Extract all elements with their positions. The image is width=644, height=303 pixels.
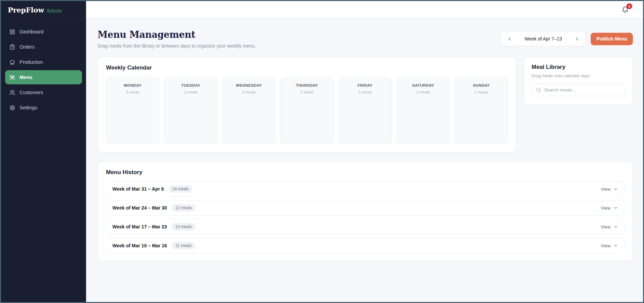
utensils-icon <box>9 75 15 80</box>
day-column-wednesday[interactable]: WEDNESDAY 3 meals <box>222 77 275 144</box>
sidebar-item-dashboard[interactable]: Dashboard <box>5 25 82 39</box>
page-header-text: Menu Management Drag meals from the libr… <box>98 29 256 49</box>
weekly-calendar-card: Weekly Calendar MONDAY 3 meals TUESDAY 3… <box>98 57 516 153</box>
day-meal-count: 2 meals <box>397 90 450 94</box>
day-column-monday[interactable]: MONDAY 3 meals <box>106 77 159 144</box>
search-icon <box>536 87 541 92</box>
sidebar-item-customers[interactable]: Customers <box>5 85 82 100</box>
view-button-label: View <box>601 205 611 211</box>
view-button[interactable]: View <box>601 224 618 229</box>
chevron-down-icon <box>613 205 618 210</box>
sidebar-item-production[interactable]: Production <box>5 55 82 69</box>
sidebar-item-label: Orders <box>20 44 34 50</box>
history-row[interactable]: Week of Mar 24 – Mar 30 12 meals View <box>106 200 624 216</box>
main-column: 4 Menu Management Drag meals from the li… <box>86 1 643 302</box>
day-meal-count: 3 meals <box>339 90 392 94</box>
page-header: Menu Management Drag meals from the libr… <box>98 29 633 49</box>
day-column-saturday[interactable]: SATURDAY 2 meals <box>397 77 450 144</box>
header-controls: Week of Apr 7–13 Publish Menu <box>501 31 633 46</box>
topbar: 4 <box>86 1 643 19</box>
view-button[interactable]: View <box>601 187 618 192</box>
next-week-button[interactable] <box>572 34 582 44</box>
day-meal-count: 3 meals <box>280 90 333 94</box>
dashboard-icon <box>9 29 15 35</box>
meal-library-subtitle: Drag meals onto calendar days <box>532 74 625 78</box>
day-name: TUESDAY <box>164 83 217 87</box>
sidebar-item-settings[interactable]: Settings <box>5 101 82 115</box>
day-meal-count: 3 meals <box>164 90 217 94</box>
sidebar-item-label: Dashboard <box>20 29 44 34</box>
content-row: Weekly Calendar MONDAY 3 meals TUESDAY 3… <box>98 57 633 153</box>
history-week-label: Week of Mar 17 – Mar 23 <box>112 224 167 229</box>
chevron-down-icon <box>613 224 618 229</box>
meal-library-title: Meal Library <box>532 64 625 71</box>
app-logo-suffix: Admin <box>46 8 62 13</box>
day-name: MONDAY <box>106 83 159 87</box>
day-meal-count: 2 meals <box>455 90 508 94</box>
sidebar-nav: Dashboard Orders Production Menu Custome <box>1 19 86 121</box>
history-week-label: Week of Mar 10 – Mar 16 <box>112 243 167 248</box>
history-week-label: Week of Mar 31 – Apr 6 <box>112 186 164 192</box>
sidebar-item-label: Menu <box>20 75 32 80</box>
sidebar-item-label: Settings <box>20 105 37 110</box>
days-grid: MONDAY 3 meals TUESDAY 3 meals WEDNESDAY… <box>106 77 508 144</box>
day-name: SATURDAY <box>397 83 450 87</box>
chevron-down-icon <box>613 187 618 191</box>
meal-count-badge: 13 meals <box>172 223 196 230</box>
day-name: FRIDAY <box>339 83 392 87</box>
app-logo: PrepFlow Admin <box>1 1 86 19</box>
day-column-sunday[interactable]: SUNDAY 2 meals <box>455 77 508 144</box>
search-meals-input[interactable] <box>544 87 621 92</box>
meal-count-badge: 12 meals <box>172 204 196 212</box>
notifications-button[interactable]: 4 <box>622 6 629 13</box>
history-row[interactable]: Week of Mar 31 – Apr 6 14 meals View <box>106 181 624 197</box>
history-row[interactable]: Week of Mar 17 – Mar 23 13 meals View <box>106 219 624 235</box>
meal-count-badge: 11 meals <box>172 242 195 249</box>
view-button-label: View <box>601 224 611 229</box>
chef-hat-icon <box>9 59 15 65</box>
page-title: Menu Management <box>98 29 256 40</box>
day-column-thursday[interactable]: THURSDAY 3 meals <box>280 77 333 144</box>
notification-count-badge: 4 <box>626 3 632 9</box>
menu-history-card: Menu History Week of Mar 31 – Apr 6 14 m… <box>98 161 633 261</box>
day-column-friday[interactable]: FRIDAY 3 meals <box>339 77 392 144</box>
sidebar-item-orders[interactable]: Orders <box>5 40 82 54</box>
chevron-left-icon <box>507 36 512 42</box>
history-week-label: Week of Mar 24 – Mar 30 <box>112 205 167 211</box>
view-button[interactable]: View <box>601 243 618 248</box>
meal-search <box>532 83 625 96</box>
gear-icon <box>9 105 15 111</box>
view-button[interactable]: View <box>601 205 618 211</box>
clipboard-icon <box>9 44 15 50</box>
weekly-calendar-title: Weekly Calendar <box>106 64 508 71</box>
week-label: Week of Apr 7–13 <box>525 36 562 42</box>
chevron-down-icon <box>613 243 618 248</box>
day-name: THURSDAY <box>280 83 333 87</box>
day-column-tuesday[interactable]: TUESDAY 3 meals <box>164 77 217 144</box>
chevron-right-icon <box>574 36 580 42</box>
history-row[interactable]: Week of Mar 10 – Mar 16 11 meals View <box>106 238 624 253</box>
previous-week-button[interactable] <box>505 34 514 44</box>
sidebar-item-label: Customers <box>20 90 43 95</box>
view-button-label: View <box>601 243 611 248</box>
meal-library-card: Meal Library Drag meals onto calendar da… <box>524 57 633 105</box>
day-name: WEDNESDAY <box>222 83 275 87</box>
sidebar-item-label: Production <box>20 59 43 65</box>
sidebar-item-menu[interactable]: Menu <box>5 70 82 84</box>
sidebar: PrepFlow Admin Dashboard Orders Producti… <box>1 1 86 302</box>
users-icon <box>9 90 15 95</box>
page-subtitle: Drag meals from the library or between d… <box>98 43 256 49</box>
day-meal-count: 3 meals <box>106 90 159 94</box>
menu-history-title: Menu History <box>106 169 624 176</box>
week-selector: Week of Apr 7–13 <box>501 31 586 46</box>
app-logo-name: PrepFlow <box>8 6 44 14</box>
day-name: SUNDAY <box>455 83 508 87</box>
publish-menu-button[interactable]: Publish Menu <box>591 33 633 45</box>
view-button-label: View <box>601 187 611 192</box>
meal-count-badge: 14 meals <box>169 185 193 193</box>
main-content: Menu Management Drag meals from the libr… <box>86 19 643 302</box>
day-meal-count: 3 meals <box>222 90 275 94</box>
